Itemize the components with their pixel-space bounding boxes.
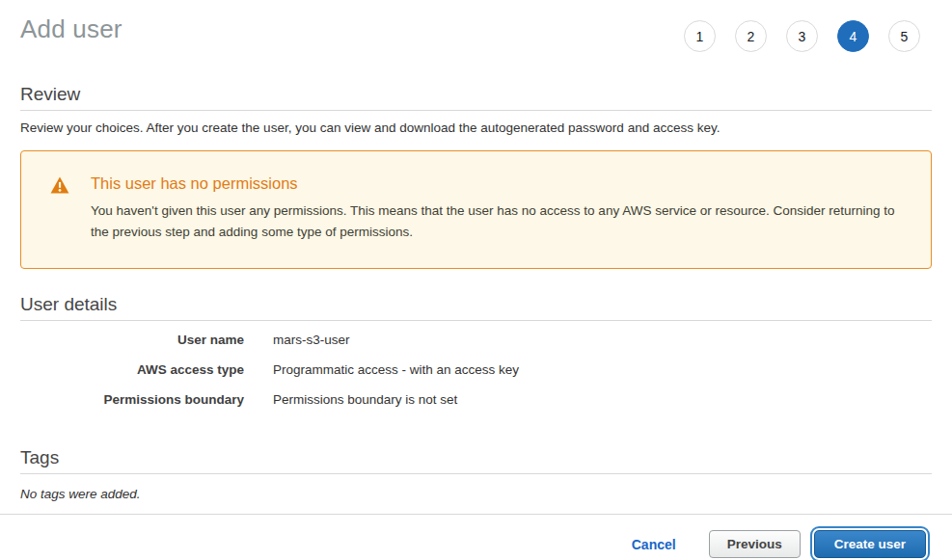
user-details-rows: User name mars-s3-user AWS access type P… bbox=[20, 333, 932, 422]
tags-heading: Tags bbox=[20, 447, 932, 468]
no-permissions-warning-banner: This user has no permissions You haven't… bbox=[20, 150, 932, 269]
warning-body: You haven't given this user any permissi… bbox=[91, 200, 902, 243]
review-description: Review your choices. After you create th… bbox=[20, 120, 932, 135]
wizard-step-1: 1 bbox=[684, 20, 716, 52]
detail-row-user-name: User name mars-s3-user bbox=[20, 333, 932, 362]
detail-row-permissions-boundary: Permissions boundary Permissions boundar… bbox=[20, 392, 932, 422]
detail-row-aws-access-type: AWS access type Programmatic access - wi… bbox=[20, 362, 932, 392]
detail-value: mars-s3-user bbox=[273, 333, 350, 347]
divider bbox=[20, 473, 932, 474]
detail-label: User name bbox=[20, 333, 244, 347]
review-heading: Review bbox=[20, 84, 932, 105]
detail-label: Permissions boundary bbox=[20, 392, 244, 407]
divider bbox=[20, 320, 932, 321]
user-details-heading: User details bbox=[20, 294, 932, 315]
cancel-button[interactable]: Cancel bbox=[632, 537, 676, 552]
detail-value: Programmatic access - with an access key bbox=[273, 362, 519, 377]
warning-triangle-icon bbox=[50, 176, 69, 194]
divider bbox=[20, 110, 932, 111]
previous-button[interactable]: Previous bbox=[709, 530, 801, 558]
footer-actions: Cancel Previous Create user bbox=[0, 515, 952, 560]
warning-content: This user has no permissions You haven't… bbox=[91, 174, 902, 243]
page-title: Add user bbox=[20, 14, 122, 44]
user-details-section: User details User name mars-s3-user AWS … bbox=[20, 294, 932, 422]
wizard-step-5: 5 bbox=[888, 20, 920, 52]
wizard-footer: Cancel Previous Create user bbox=[0, 514, 952, 560]
warning-title: This user has no permissions bbox=[91, 174, 902, 193]
wizard-header: Add user 1 2 3 4 5 bbox=[20, 0, 932, 52]
detail-value: Permissions boundary is not set bbox=[273, 392, 457, 407]
create-user-button[interactable]: Create user bbox=[814, 530, 926, 558]
wizard-step-4-active: 4 bbox=[837, 20, 869, 52]
wizard-step-indicator: 1 2 3 4 5 bbox=[684, 20, 920, 52]
detail-label: AWS access type bbox=[20, 362, 244, 377]
review-section: Review Review your choices. After you cr… bbox=[20, 84, 932, 135]
wizard-step-2: 2 bbox=[735, 20, 767, 52]
tags-empty-message: No tags were added. bbox=[20, 487, 932, 501]
wizard-step-3: 3 bbox=[786, 20, 818, 52]
tags-section: Tags No tags were added. bbox=[20, 447, 932, 501]
